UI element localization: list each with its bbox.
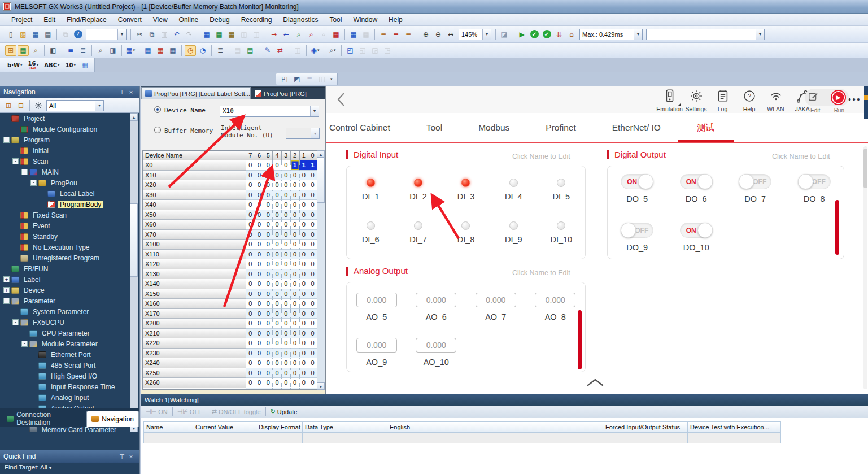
bit-cell-X260-1[interactable]: 0 xyxy=(300,378,309,388)
bit-cell-X110-1[interactable]: 0 xyxy=(300,250,309,260)
jaka-tab-测试[interactable]: 测试 xyxy=(697,113,714,142)
device-row-name[interactable]: X250 xyxy=(143,368,246,379)
write-ok-icon[interactable]: ⇊ xyxy=(553,29,565,40)
bit-cell-X210-6[interactable]: 0 xyxy=(255,329,264,339)
digital-output-scrollbar[interactable] xyxy=(835,200,839,255)
bit-cell-X170-6[interactable]: 0 xyxy=(255,309,264,319)
bit-cell-X200-4[interactable]: 0 xyxy=(273,319,282,329)
collapse-box-icon[interactable]: - xyxy=(21,169,28,175)
tree-item-project[interactable]: Project xyxy=(1,113,131,124)
device-verify-icon[interactable]: ▦ xyxy=(226,29,237,40)
bit-cell-X50-0[interactable]: 0 xyxy=(308,210,317,220)
bit-cell-X160-4[interactable]: 0 xyxy=(273,299,282,309)
menu-diagnostics[interactable]: Diagnostics xyxy=(277,15,324,25)
bit-column-header-3[interactable]: 3 xyxy=(282,151,291,160)
bit-cell-X170-1[interactable]: 0 xyxy=(300,309,309,319)
watch-column-current-value[interactable]: Current Value xyxy=(193,421,256,433)
bit-cell-X250-7[interactable]: 0 xyxy=(246,368,255,379)
toggle-knob[interactable] xyxy=(739,174,754,189)
dev-display-icon[interactable]: ▦ xyxy=(348,29,359,40)
bit-cell-X140-3[interactable]: 0 xyxy=(282,279,291,289)
bit-cell-X120-1[interactable]: 0 xyxy=(300,259,309,269)
bit-cell-X30-0[interactable]: 0 xyxy=(308,190,317,201)
bit-cell-X100-1[interactable]: 0 xyxy=(300,240,309,250)
bit-cell-X40-1[interactable]: 0 xyxy=(300,200,309,210)
bit-cell-X170-7[interactable]: 0 xyxy=(246,309,255,319)
bit-column-header-0[interactable]: 0 xyxy=(308,151,317,160)
tree-item-cpu-parameter[interactable]: CPU Parameter xyxy=(1,328,131,338)
watch-insert-icon[interactable]: ≡ xyxy=(378,29,389,40)
bit-cell-X10-3[interactable]: 0 xyxy=(282,171,291,181)
menu-edit[interactable]: Edit xyxy=(38,15,61,25)
monitor-find-red-icon[interactable]: ⌕ xyxy=(306,29,317,40)
pin-icon[interactable]: ⊤ xyxy=(117,453,127,460)
tree-item-system-parameter[interactable]: System Parameter xyxy=(1,306,131,317)
bit-cell-X120-2[interactable]: 0 xyxy=(291,259,300,269)
bit-cell-X130-2[interactable]: 0 xyxy=(291,269,300,280)
tree-collapse-icon[interactable]: ⊟ xyxy=(15,100,27,111)
bit-cell-X130-7[interactable]: 0 xyxy=(246,269,255,280)
device-row-name[interactable]: X240 xyxy=(143,358,246,368)
dev-monitor-icon[interactable]: ◉▾ xyxy=(309,45,321,56)
bit-cell-X70-6[interactable]: 0 xyxy=(255,230,264,240)
program-list-icon[interactable]: ≡ xyxy=(65,45,76,56)
device-name-radio[interactable] xyxy=(154,106,161,113)
do-toggle-do_8[interactable]: OFF xyxy=(798,174,831,189)
print-icon[interactable]: ▤ xyxy=(42,29,54,40)
bit-cell-X130-5[interactable]: 0 xyxy=(264,269,273,280)
bit-cell-X160-5[interactable]: 0 xyxy=(264,299,273,309)
bit-cell-X240-5[interactable]: 0 xyxy=(264,358,273,368)
new-project-icon[interactable]: ▯ xyxy=(5,29,16,40)
ao-value-input[interactable]: 0.000 xyxy=(535,293,575,307)
bit-cell-X110-0[interactable]: 0 xyxy=(308,250,317,260)
find-zoom-icon[interactable]: ⌕▾ xyxy=(327,45,338,56)
bit-column-header-2[interactable]: 2 xyxy=(291,151,300,160)
bit-cell-X210-2[interactable]: 0 xyxy=(291,329,300,339)
ao-name-label[interactable]: AO_5 xyxy=(366,312,387,321)
bit-cell-X10-0[interactable]: 0 xyxy=(308,171,317,181)
bit-cell-X210-0[interactable]: 0 xyxy=(308,329,317,339)
bit-cell-X120-7[interactable]: 0 xyxy=(246,259,255,269)
do-name-label[interactable]: DO_5 xyxy=(626,194,648,203)
device-row-name[interactable]: X140 xyxy=(143,279,246,289)
monitor-scrollbar[interactable]: ▲ ▼ xyxy=(317,150,325,390)
settings-button[interactable]: Settings xyxy=(683,88,709,112)
do-name-label[interactable]: DO_9 xyxy=(626,243,648,252)
bit-cell-X50-1[interactable]: 0 xyxy=(300,210,309,220)
bit-cell-X60-5[interactable]: 0 xyxy=(264,220,273,230)
ao-value-input[interactable]: 0.000 xyxy=(356,338,397,353)
back-chevron-icon[interactable] xyxy=(335,91,347,110)
bit-cell-X160-7[interactable]: 0 xyxy=(246,299,255,309)
tree-item-label[interactable]: +Label xyxy=(1,274,131,285)
do-toggle-do_7[interactable]: OFF xyxy=(739,174,771,189)
bit-cell-X240-3[interactable]: 0 xyxy=(282,358,291,368)
expand-box-icon[interactable]: + xyxy=(3,276,10,282)
bit-cell-X230-7[interactable]: 0 xyxy=(246,349,255,359)
watch-jump-icon[interactable]: ≡ xyxy=(403,29,414,40)
fit-width-icon[interactable]: ↔ xyxy=(445,29,456,40)
toolbar-overflow-icon[interactable]: ▾ xyxy=(330,77,333,81)
bit-cell-X100-2[interactable]: 0 xyxy=(291,240,300,250)
bit-cell-X130-0[interactable]: 0 xyxy=(308,269,317,280)
bit-cell-X120-5[interactable]: 0 xyxy=(264,259,273,269)
bit-cell-X0-0[interactable]: 1 xyxy=(308,160,317,171)
ao-value-input[interactable]: 0.000 xyxy=(416,338,456,353)
watch-column-forced-input-output-status[interactable]: Forced Input/Output Status xyxy=(603,421,688,433)
cpu-reset-icon[interactable]: ⌂ xyxy=(566,29,577,40)
bit-cell-X200-1[interactable]: 0 xyxy=(300,319,309,329)
watch-column-data-type[interactable]: Data Type xyxy=(303,421,387,433)
bit-cell-X120-0[interactable]: 0 xyxy=(308,259,317,269)
ao-name-label[interactable]: AO_7 xyxy=(485,312,506,321)
bit-cell-X160-3[interactable]: 0 xyxy=(282,299,291,309)
do-toggle-do_6[interactable]: ON xyxy=(680,174,713,189)
menu-project[interactable]: Project xyxy=(6,15,38,25)
bit-cell-X210-3[interactable]: 0 xyxy=(282,329,291,339)
watch-cell[interactable] xyxy=(143,433,193,443)
watch-cell[interactable] xyxy=(688,433,781,443)
device-comment-dropdown[interactable]: ▾ xyxy=(133,48,135,53)
watch-cell[interactable] xyxy=(303,433,387,443)
simulation-icon[interactable]: ◪ xyxy=(499,29,510,40)
collapse-box-icon[interactable]: - xyxy=(12,319,19,325)
bit-cell-X0-7[interactable]: 0 xyxy=(246,160,255,171)
device-row-name[interactable]: X70 xyxy=(143,230,246,240)
